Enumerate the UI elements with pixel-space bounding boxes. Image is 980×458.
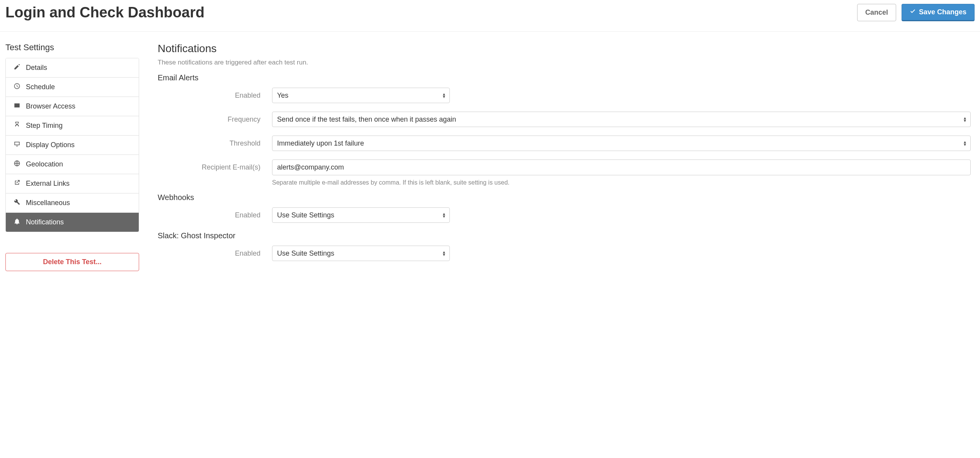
header-actions: Cancel Save Changes (857, 4, 975, 21)
email-enabled-row: Enabled Yes ▲▼ (158, 88, 971, 103)
delete-button-label: Delete This Test... (43, 258, 102, 266)
sidebar-item-step-timing[interactable]: Step Timing (6, 116, 139, 136)
page-header: Login and Check Dashboard Cancel Save Ch… (0, 0, 980, 32)
sidebar-item-label: Notifications (26, 218, 64, 226)
notifications-heading: Notifications (158, 42, 971, 55)
email-threshold-select[interactable]: Immediately upon 1st failure (272, 136, 971, 151)
sidebar-item-miscellaneous[interactable]: Miscellaneous (6, 193, 139, 213)
email-frequency-row: Frequency Send once if the test fails, t… (158, 112, 971, 127)
bell-icon (14, 218, 20, 227)
email-recipient-input[interactable] (272, 159, 971, 175)
email-enabled-label: Enabled (158, 92, 272, 100)
main-panel: Notifications These notifications are tr… (158, 42, 975, 270)
cancel-button-label: Cancel (865, 8, 888, 17)
email-recipient-row: Recipient E-mail(s) (158, 159, 971, 175)
email-recipient-help: Separate multiple e-mail addresses by co… (272, 179, 971, 186)
sidebar-item-notifications[interactable]: Notifications (6, 213, 139, 232)
webhooks-heading: Webhooks (158, 193, 971, 202)
monitor-icon (14, 141, 20, 149)
clock-icon (14, 83, 20, 92)
email-threshold-row: Threshold Immediately upon 1st failure ▲… (158, 136, 971, 151)
email-threshold-label: Threshold (158, 139, 272, 148)
email-alerts-heading: Email Alerts (158, 73, 971, 82)
sidebar-item-browser-access[interactable]: Browser Access (6, 97, 139, 116)
wrench-icon (14, 198, 20, 207)
sidebar-list: Details Schedule Browser Access Step Tim… (5, 58, 139, 232)
sidebar-item-external-links[interactable]: External Links (6, 174, 139, 193)
pencil-icon (14, 63, 20, 72)
webhooks-enabled-label: Enabled (158, 211, 272, 219)
notifications-subheading: These notifications are triggered after … (158, 59, 971, 66)
sidebar-title: Test Settings (5, 42, 139, 53)
save-button-label: Save Changes (919, 8, 966, 16)
sidebar-item-details[interactable]: Details (6, 58, 139, 78)
email-frequency-label: Frequency (158, 115, 272, 124)
sidebar-item-schedule[interactable]: Schedule (6, 78, 139, 97)
external-link-icon (14, 179, 20, 188)
content-container: Test Settings Details Schedule Browser A… (0, 32, 980, 287)
email-enabled-select[interactable]: Yes (272, 88, 450, 103)
sidebar-item-label: Step Timing (26, 122, 63, 130)
page-title: Login and Check Dashboard (5, 4, 204, 21)
delete-test-button[interactable]: Delete This Test... (5, 253, 139, 271)
slack-enabled-label: Enabled (158, 249, 272, 258)
sidebar-item-display-options[interactable]: Display Options (6, 136, 139, 155)
slack-heading: Slack: Ghost Inspector (158, 231, 971, 240)
email-frequency-select[interactable]: Send once if the test fails, then once w… (272, 112, 971, 127)
sidebar-item-label: Schedule (26, 83, 55, 91)
sidebar-item-label: External Links (26, 180, 70, 188)
sidebar-item-label: Display Options (26, 141, 75, 149)
email-recipient-label: Recipient E-mail(s) (158, 163, 272, 171)
sidebar-item-label: Miscellaneous (26, 199, 70, 207)
webhooks-enabled-row: Enabled Use Suite Settings ▲▼ (158, 207, 971, 223)
sidebar-item-label: Browser Access (26, 102, 75, 110)
settings-sidebar: Test Settings Details Schedule Browser A… (5, 42, 139, 271)
hourglass-icon (14, 121, 20, 130)
sidebar-item-geolocation[interactable]: Geolocation (6, 155, 139, 174)
globe-icon (14, 160, 20, 169)
browser-icon (14, 102, 20, 111)
save-button[interactable]: Save Changes (902, 4, 975, 21)
sidebar-item-label: Geolocation (26, 160, 63, 168)
webhooks-enabled-select[interactable]: Use Suite Settings (272, 207, 450, 223)
sidebar-item-label: Details (26, 64, 47, 72)
slack-enabled-select[interactable]: Use Suite Settings (272, 246, 450, 261)
slack-enabled-row: Enabled Use Suite Settings ▲▼ (158, 246, 971, 261)
cancel-button[interactable]: Cancel (857, 4, 896, 21)
check-icon (910, 8, 916, 16)
